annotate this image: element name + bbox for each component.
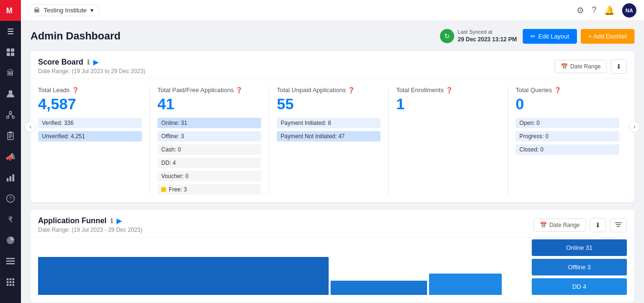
funnel-legend-dd: DD 4 xyxy=(532,278,627,295)
dashboard-header: Admin Dashboard ↻ Last Synced at 29 Dec … xyxy=(30,28,634,44)
institute-selector[interactable]: 🏛 Testing Institute ▾ xyxy=(29,4,99,16)
svg-rect-26 xyxy=(12,278,14,280)
svg-rect-1 xyxy=(7,48,10,52)
user-avatar[interactable]: NA xyxy=(622,3,636,18)
funnel-filter-button[interactable] xyxy=(610,218,627,232)
metric-unpaid-apps: Total Unpaid Applications ❓ 55 Payment I… xyxy=(269,86,389,195)
svg-line-9 xyxy=(8,114,10,117)
help-icon[interactable]: ? xyxy=(592,5,596,15)
metric-total-leads: Total Leads ❓ 4,587 Verified: 336 Unveri… xyxy=(38,86,150,195)
breakdown-online: Online: 31 xyxy=(157,118,261,128)
edit-layout-button[interactable]: ✏ Edit Layout xyxy=(523,29,577,44)
funnel-info-icon[interactable]: ℹ xyxy=(110,217,113,225)
breakdown-payment-initiated: Payment Initiated: 8 xyxy=(277,118,381,128)
list-icon[interactable] xyxy=(0,251,21,272)
menu-icon[interactable]: ☰ xyxy=(0,21,21,42)
settings-icon[interactable]: ⚙ xyxy=(576,5,584,16)
nav-arrow-right[interactable]: › xyxy=(629,121,640,133)
funnel-bar-online xyxy=(38,257,329,295)
svg-rect-24 xyxy=(7,278,9,280)
nav-arrow-left[interactable]: ‹ xyxy=(25,121,36,133)
add-dashlet-button[interactable]: + Add Dashlet xyxy=(581,29,634,44)
funnel-subtitle: Date Range: (19 Jul 2023 - 29 Dec 2023) xyxy=(38,227,142,233)
funnel-bar-dd xyxy=(429,274,502,295)
breakdown-cash: Cash: 0 xyxy=(157,144,261,155)
svg-rect-27 xyxy=(7,281,9,283)
scoreboard-title: Score Board xyxy=(38,58,83,66)
content-area: Admin Dashboard ↻ Last Synced at 29 Dec … xyxy=(21,21,644,303)
info-icon[interactable]: ℹ xyxy=(87,58,89,66)
network-icon[interactable] xyxy=(0,104,21,125)
enrollment-value: 1 xyxy=(396,95,500,113)
dashboard-icon[interactable] xyxy=(0,42,21,63)
scoreboard-date-range-button[interactable]: 📅 Date Range xyxy=(555,60,607,73)
leads-breakdown: Verified: 336 Unverified: 4,251 xyxy=(38,118,142,142)
svg-rect-21 xyxy=(6,258,15,259)
grid-apps-icon[interactable] xyxy=(0,272,21,293)
svg-point-6 xyxy=(10,112,12,114)
sync-label: Last Synced at xyxy=(458,28,517,36)
queries-help-icon[interactable]: ❓ xyxy=(554,87,561,94)
pie-icon[interactable] xyxy=(0,230,21,251)
paid-free-help-icon[interactable]: ❓ xyxy=(235,87,243,94)
funnel-legend: Online 31 Offline 3 DD 4 xyxy=(532,237,627,295)
metrics-row: Total Leads ❓ 4,587 Verified: 336 Unveri… xyxy=(30,79,634,202)
sync-date: 29 Dec 2023 13:12 PM xyxy=(458,36,517,44)
page-title: Admin Dashboard xyxy=(30,30,440,42)
metric-queries: Total Queries ❓ 0 Open: 0 Progress: 0 Cl… xyxy=(508,86,627,195)
funnel-play-icon[interactable]: ▶ xyxy=(117,217,122,225)
funnel-bar-offline xyxy=(331,281,428,295)
funnel-date-range-button[interactable]: 📅 Date Range xyxy=(534,218,586,232)
sync-icon: ↻ xyxy=(440,29,454,43)
breakdown-offline: Offline: 3 xyxy=(157,131,261,142)
chart-icon[interactable] xyxy=(0,167,21,188)
calendar-icon: 📅 xyxy=(561,63,568,70)
funnel-legend-offline: Offline 3 xyxy=(532,259,627,275)
breakdown-payment-not-initiated: Payment Not Initiated: 47 xyxy=(277,131,381,142)
funnel-body: Online 31 Offline 3 DD 4 xyxy=(30,237,634,303)
person-icon[interactable] xyxy=(0,84,21,104)
enroll-help-icon[interactable]: ❓ xyxy=(446,87,453,94)
funnel-download-button[interactable]: ⬇ xyxy=(590,218,606,232)
app-logo[interactable]: M xyxy=(0,0,21,21)
leads-value: 4,587 xyxy=(38,95,142,113)
scoreboard-header: Score Board ℹ ▶ Date Range: (19 Jul 2023… xyxy=(30,51,634,79)
building-nav-icon: 🏛 xyxy=(34,7,40,14)
svg-rect-32 xyxy=(12,284,14,286)
svg-rect-30 xyxy=(7,284,9,286)
breakdown-free: Free: 3 xyxy=(157,184,261,195)
svg-rect-16 xyxy=(7,178,9,181)
building-icon[interactable]: 🏛 xyxy=(0,63,21,84)
play-icon[interactable]: ▶ xyxy=(93,58,98,66)
megaphone-icon[interactable]: 📣 xyxy=(0,146,21,167)
rupee-icon[interactable]: ₹ xyxy=(0,209,21,230)
scoreboard-subtitle: Date Range: (19 Jul 2023 to 29 Dec 2023) xyxy=(38,68,145,75)
svg-rect-25 xyxy=(10,278,11,280)
svg-rect-3 xyxy=(7,53,10,56)
svg-text:?: ? xyxy=(9,196,12,201)
funnel-title: Application Funnel xyxy=(38,217,107,225)
svg-point-5 xyxy=(9,90,12,94)
question-circle-icon[interactable]: ? xyxy=(0,188,21,209)
breakdown-unverified: Unverified: 4,251 xyxy=(38,131,142,142)
paid-free-value: 41 xyxy=(157,95,261,113)
institute-name: Testing Institute xyxy=(44,7,87,14)
svg-rect-17 xyxy=(10,176,11,181)
svg-rect-12 xyxy=(9,132,12,133)
metric-enrollments: Total Enrollments ❓ 1 xyxy=(389,86,508,195)
main-area: 🏛 Testing Institute ▾ ⚙ ? 🔔 NA Admin Das… xyxy=(21,0,644,303)
clipboard-icon[interactable] xyxy=(0,125,21,146)
breakdown-verified: Verified: 336 xyxy=(38,118,142,128)
bell-icon[interactable]: 🔔 xyxy=(604,5,615,16)
svg-text:M: M xyxy=(6,7,12,15)
leads-help-icon[interactable]: ❓ xyxy=(72,87,79,94)
svg-rect-22 xyxy=(6,261,15,262)
breakdown-voucher: Voucher: 0 xyxy=(157,171,261,181)
svg-line-10 xyxy=(10,114,13,117)
funnel-panel: Application Funnel ℹ ▶ Date Range: (19 J… xyxy=(30,210,634,303)
scoreboard-download-button[interactable]: ⬇ xyxy=(611,59,627,74)
breakdown-open: Open: 0 xyxy=(516,118,619,128)
sync-info: ↻ Last Synced at 29 Dec 2023 13:12 PM xyxy=(440,28,517,44)
unpaid-help-icon[interactable]: ❓ xyxy=(348,87,355,94)
funnel-header: Application Funnel ℹ ▶ Date Range: (19 J… xyxy=(30,210,634,237)
